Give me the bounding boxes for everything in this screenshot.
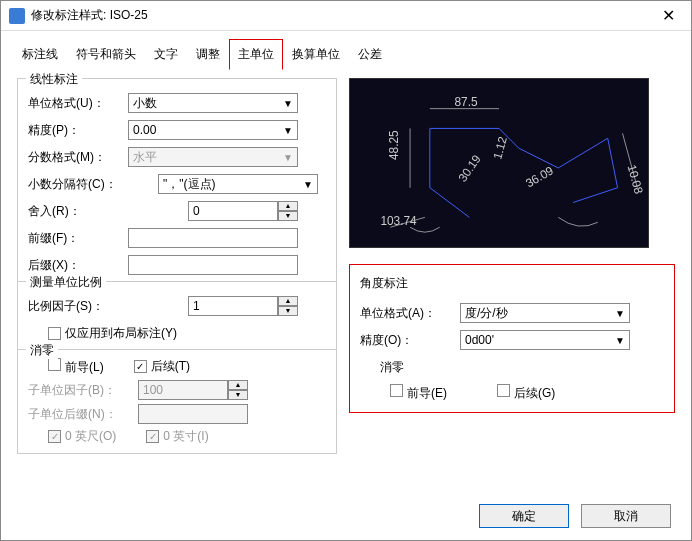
sub-factor-input: 100 [138,380,228,400]
cancel-button[interactable]: 取消 [581,504,671,528]
roundoff-label: 舍入(R)： [28,203,128,220]
angle-trailing-checkbox[interactable] [497,384,510,397]
right-column: 87.5 48.25 30.19 1.12 36.09 10.08 103.74… [349,78,675,484]
layout-only-checkbox[interactable] [48,327,61,340]
angle-unit-label: 单位格式(A)： [360,305,460,322]
angle-title: 角度标注 [360,275,664,292]
tab-bar: 标注线 符号和箭头 文字 调整 主单位 换算单位 公差 [1,31,691,70]
svg-text:1.12: 1.12 [490,135,509,161]
sub-factor-spinner: 100 ▲▼ [138,380,248,400]
decimal-sep-select[interactable]: "，"(逗点)▼ [158,174,318,194]
unit-format-select[interactable]: 小数▼ [128,93,298,113]
angle-group: 角度标注 单位格式(A)： 度/分/秒▼ 精度(O)： 0d00'▼ 消零 前导… [349,264,675,413]
trailing-checkbox[interactable] [134,360,147,373]
feet-checkbox [48,430,61,443]
tab-tolerance[interactable]: 公差 [349,39,391,70]
angle-precision-select[interactable]: 0d00'▼ [460,330,630,350]
tab-adjust[interactable]: 调整 [187,39,229,70]
roundoff-spinner[interactable]: 0 ▲▼ [188,201,298,221]
precision-label: 精度(P)： [28,122,128,139]
tab-symbols[interactable]: 符号和箭头 [67,39,145,70]
layout-only-label: 仅应用到布局标注(Y) [65,325,177,342]
sub-factor-label: 子单位因子(B)： [28,382,138,399]
spin-down-icon[interactable]: ▼ [278,211,298,221]
svg-text:87.5: 87.5 [455,95,478,109]
scale-factor-label: 比例因子(S)： [28,298,138,315]
leading-checkbox[interactable] [48,358,61,371]
angle-leading-checkbox[interactable] [390,384,403,397]
precision-select[interactable]: 0.00▼ [128,120,298,140]
svg-text:48.25: 48.25 [387,130,401,160]
angle-precision-label: 精度(O)： [360,332,460,349]
roundoff-input[interactable]: 0 [188,201,278,221]
chevron-down-icon: ▼ [615,335,625,346]
fraction-select: 水平▼ [128,147,298,167]
scale-factor-spinner[interactable]: 1 ▲▼ [188,296,298,316]
window-title: 修改标注样式: ISO-25 [31,7,653,24]
tab-dimlines[interactable]: 标注线 [13,39,67,70]
feet-label: 0 英尺(O) [65,429,116,443]
tab-alt-units[interactable]: 换算单位 [283,39,349,70]
spin-up-icon[interactable]: ▲ [278,201,298,211]
zero-group: 消零 前导(L) 后续(T) 子单位因子(B)： 100 ▲▼ 子单位后缀(N)… [18,349,336,453]
angle-trailing-label: 后续(G) [514,386,555,400]
leading-label: 前导(L) [65,360,104,374]
spin-down-icon[interactable]: ▼ [278,306,298,316]
angle-leading-label: 前导(E) [407,386,447,400]
scale-title: 测量单位比例 [26,274,106,291]
fraction-label: 分数格式(M)： [28,149,128,166]
titlebar: 修改标注样式: ISO-25 ✕ [1,1,691,31]
inch-checkbox [146,430,159,443]
linear-group: 线性标注 单位格式(U)： 小数▼ 精度(P)： 0.00▼ 分数格式(M)： … [17,78,337,454]
suffix-input[interactable] [128,255,298,275]
spin-up-icon[interactable]: ▲ [278,296,298,306]
angle-zero-title: 消零 [380,359,664,376]
unit-format-label: 单位格式(U)： [28,95,128,112]
ok-button[interactable]: 确定 [479,504,569,528]
dialog-window: 修改标注样式: ISO-25 ✕ 标注线 符号和箭头 文字 调整 主单位 换算单… [0,0,692,541]
app-icon [9,8,25,24]
sub-suffix-input [138,404,248,424]
chevron-down-icon: ▼ [283,125,293,136]
left-column: 线性标注 单位格式(U)： 小数▼ 精度(P)： 0.00▼ 分数格式(M)： … [17,78,337,484]
chevron-down-icon: ▼ [303,179,313,190]
linear-title: 线性标注 [26,71,82,88]
tab-text[interactable]: 文字 [145,39,187,70]
angle-unit-select[interactable]: 度/分/秒▼ [460,303,630,323]
scale-factor-input[interactable]: 1 [188,296,278,316]
svg-text:36.09: 36.09 [523,163,556,190]
svg-text:10.08: 10.08 [625,163,646,196]
zero-title: 消零 [26,342,58,359]
dimension-preview: 87.5 48.25 30.19 1.12 36.09 10.08 103.74 [349,78,649,248]
svg-text:30.19: 30.19 [455,152,484,185]
chevron-down-icon: ▼ [283,152,293,163]
tab-primary-units[interactable]: 主单位 [229,39,283,70]
chevron-down-icon: ▼ [283,98,293,109]
prefix-input[interactable] [128,228,298,248]
suffix-label: 后缀(X)： [28,257,128,274]
trailing-label: 后续(T) [151,359,190,373]
spin-down-icon: ▼ [228,390,248,400]
scale-group: 测量单位比例 比例因子(S)： 1 ▲▼ 仅应用到布局标注(Y) [18,281,336,344]
content-area: 线性标注 单位格式(U)： 小数▼ 精度(P)： 0.00▼ 分数格式(M)： … [1,70,691,492]
inch-label: 0 英寸(I) [163,429,208,443]
prefix-label: 前缀(F)： [28,230,128,247]
footer: 确定 取消 [1,492,691,540]
decimal-sep-label: 小数分隔符(C)： [28,176,128,193]
close-icon[interactable]: ✕ [653,6,683,25]
spin-up-icon: ▲ [228,380,248,390]
chevron-down-icon: ▼ [615,308,625,319]
sub-suffix-label: 子单位后缀(N)： [28,406,138,423]
svg-text:103.74: 103.74 [380,214,417,228]
